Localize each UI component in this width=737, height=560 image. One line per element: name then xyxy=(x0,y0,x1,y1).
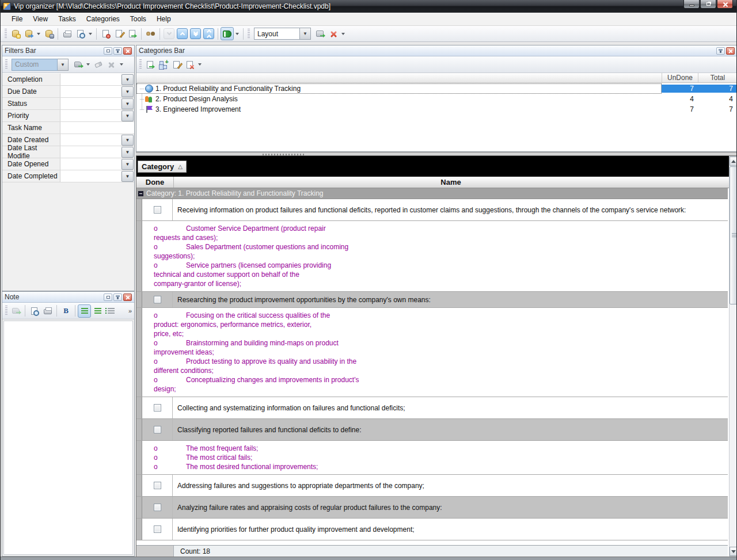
scroll-down-button[interactable] xyxy=(730,547,737,556)
save-database-button[interactable] xyxy=(42,27,55,40)
toolbar-overflow-icon[interactable] xyxy=(341,33,345,35)
horizontal-splitter[interactable] xyxy=(136,152,737,156)
scroll-up-button[interactable] xyxy=(730,157,737,166)
task-detail-row[interactable]: oCustomer Service Department (product re… xyxy=(136,221,728,292)
delete-category-button[interactable] xyxy=(183,58,196,71)
categories-close-button[interactable] xyxy=(726,47,735,55)
task-checkbox[interactable] xyxy=(154,482,161,489)
task-row[interactable]: Identifying priorities for further produ… xyxy=(136,519,728,540)
apply-filter-button[interactable] xyxy=(71,58,85,71)
filter-value-field[interactable] xyxy=(60,110,121,121)
edit-category-button[interactable] xyxy=(170,58,183,71)
new-database-button[interactable] xyxy=(9,27,22,40)
task-row[interactable]: Analyzing failure rates and appraising c… xyxy=(136,497,728,519)
name-column-header[interactable]: Name xyxy=(174,177,728,188)
task-row[interactable]: Classifying reported failures and functi… xyxy=(136,419,728,441)
layout-combo-arrow-icon[interactable]: ▼ xyxy=(300,28,311,40)
task-checkbox[interactable] xyxy=(154,504,161,511)
task-row[interactable]: Addressing failures and suggestions to a… xyxy=(136,475,728,497)
filter-value-field[interactable] xyxy=(60,122,134,134)
delete-layout-button[interactable] xyxy=(326,27,340,40)
new-subcategory-button[interactable]: + xyxy=(157,58,170,71)
filters-close-button[interactable] xyxy=(123,47,132,55)
notes-view-toggle[interactable] xyxy=(221,27,234,40)
restore-button[interactable] xyxy=(700,0,716,9)
filter-dropdown-button[interactable]: ▼ xyxy=(121,171,134,182)
open-database-dropdown-icon[interactable] xyxy=(37,33,40,35)
task-checkbox[interactable] xyxy=(154,296,161,303)
task-checkbox[interactable] xyxy=(154,426,161,433)
group-by-category-button[interactable]: Category △ xyxy=(138,161,187,173)
filter-value-field[interactable] xyxy=(60,146,121,158)
new-category-button[interactable] xyxy=(143,58,157,71)
note-apply-button[interactable] xyxy=(9,304,22,318)
undone-column-header[interactable]: UnDone xyxy=(662,73,698,82)
category-row[interactable]: 1. Product Reliability and Functionality… xyxy=(136,83,737,94)
complete-task-button[interactable] xyxy=(126,27,139,40)
menu-tasks[interactable]: Tasks xyxy=(53,13,81,25)
done-column-header[interactable]: Done xyxy=(136,177,174,188)
filter-value-field[interactable] xyxy=(60,158,121,170)
note-toolbar-overflow[interactable]: » xyxy=(128,307,132,314)
layout-combo[interactable]: Layout ▼ xyxy=(254,28,311,40)
filter-value-field[interactable] xyxy=(60,86,121,97)
task-checkbox[interactable] xyxy=(154,525,161,533)
new-task-button[interactable] xyxy=(99,27,112,40)
filter-value-field[interactable] xyxy=(60,98,121,109)
filter-value-field[interactable] xyxy=(60,134,121,146)
category-name-cell[interactable]: 1. Product Reliability and Functionality… xyxy=(136,83,662,94)
print-preview-button[interactable] xyxy=(74,27,87,40)
apply-layout-button[interactable] xyxy=(313,27,326,40)
close-button[interactable] xyxy=(717,0,733,9)
category-name-cell[interactable]: 3. Engineered Improvement xyxy=(136,104,662,115)
notes-view-dropdown-icon[interactable] xyxy=(235,33,239,35)
edit-task-button[interactable] xyxy=(112,27,126,40)
note-content[interactable] xyxy=(3,321,133,555)
filter-preset-arrow-icon[interactable]: ▼ xyxy=(58,59,69,71)
task-checkbox[interactable] xyxy=(154,206,161,214)
filter-dropdown-button[interactable]: ▼ xyxy=(121,147,134,158)
filter-dropdown-button[interactable]: ▼ xyxy=(121,111,134,121)
task-row[interactable]: Researching the product improvement oppo… xyxy=(136,292,728,308)
scrollbar-thumb[interactable] xyxy=(730,166,737,304)
categories-toolbar-overflow-icon[interactable] xyxy=(198,63,202,66)
print-button[interactable] xyxy=(60,27,74,40)
collapse-icon[interactable] xyxy=(138,191,143,196)
vertical-scrollbar[interactable] xyxy=(729,156,737,557)
note-print-button[interactable] xyxy=(41,304,54,318)
move-up-button[interactable] xyxy=(176,27,189,40)
filters-float-button[interactable] xyxy=(104,47,112,55)
filter-dropdown-button[interactable]: ▼ xyxy=(121,74,134,85)
align-left-button[interactable] xyxy=(78,304,91,318)
categories-pin-button[interactable] xyxy=(716,47,725,55)
bold-button[interactable]: B xyxy=(59,304,73,318)
category-row[interactable]: 2. Product Design Analysis44 xyxy=(136,94,737,104)
category-row[interactable]: 3. Engineered Improvement77 xyxy=(136,104,737,115)
apply-filter-dropdown-icon[interactable] xyxy=(86,63,90,66)
layout-combo-value[interactable]: Layout xyxy=(254,28,300,40)
clear-filter-button[interactable] xyxy=(92,58,105,71)
note-pin-button[interactable] xyxy=(113,294,122,301)
filter-value-field[interactable] xyxy=(60,170,121,182)
filter-dropdown-button[interactable]: ▼ xyxy=(121,159,134,170)
filter-dropdown-button[interactable]: ▼ xyxy=(121,98,134,109)
filter-preset-value[interactable]: Custom xyxy=(12,59,58,71)
filter-preset-combo[interactable]: Custom ▼ xyxy=(12,59,69,71)
print-preview-dropdown-icon[interactable] xyxy=(89,33,92,35)
menu-file[interactable]: File xyxy=(6,13,28,25)
total-column-header[interactable]: Total xyxy=(698,73,737,82)
task-row[interactable]: Collecting and systematizing information… xyxy=(136,397,728,419)
group-row[interactable]: Category: 1. Product Reliability and Fun… xyxy=(136,188,728,199)
task-detail-row[interactable]: oThe most frequent fails;oThe most criti… xyxy=(136,441,728,475)
task-checkbox[interactable] xyxy=(154,404,161,412)
find-button[interactable] xyxy=(144,27,157,40)
note-preview-button[interactable] xyxy=(28,304,41,318)
menu-help[interactable]: Help xyxy=(151,13,176,25)
menu-categories[interactable]: Categories xyxy=(81,13,125,25)
move-down-button[interactable] xyxy=(162,27,176,40)
filters-pin-button[interactable] xyxy=(113,47,122,55)
filter-dropdown-button[interactable]: ▼ xyxy=(121,135,134,146)
category-name-cell[interactable]: 2. Product Design Analysis xyxy=(136,94,662,104)
filter-dropdown-button[interactable]: ▼ xyxy=(121,86,134,97)
collapse-all-button[interactable] xyxy=(202,27,215,40)
